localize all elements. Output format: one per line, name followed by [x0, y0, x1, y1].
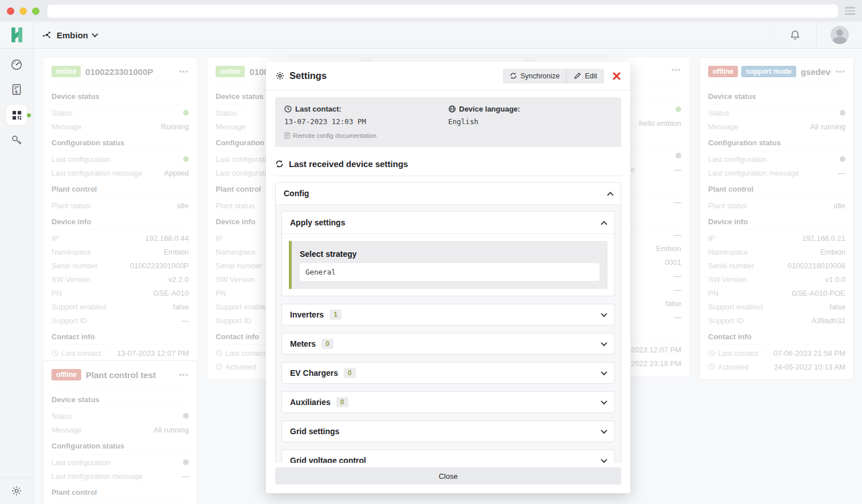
sidebar-item-devices[interactable] [6, 105, 27, 125]
accordion-header[interactable]: Meters 0 [282, 334, 614, 354]
config-accordion: Config Apply settings Select strategy Ge… [275, 182, 621, 463]
chevron-down-icon [601, 398, 607, 404]
notifications-button[interactable] [773, 22, 816, 48]
chevron-down-icon [601, 427, 607, 434]
chevron-down-icon [601, 457, 607, 463]
settings-accordion: Grid voltage control [281, 450, 615, 463]
edit-button[interactable]: Edit [566, 69, 604, 84]
chevron-down-icon [601, 311, 607, 317]
bell-icon [789, 29, 801, 41]
url-bar[interactable] [47, 5, 838, 18]
apply-settings-accordion: Apply settings Select strategy General [281, 211, 615, 296]
config-accordion-body: Apply settings Select strategy General I… [276, 204, 621, 463]
chevron-up-icon [601, 221, 607, 227]
chevron-down-icon [601, 340, 607, 346]
remote-config-doc-link[interactable]: Remote config documentation [284, 132, 448, 139]
accordion-header[interactable]: Inverters 1 [282, 304, 614, 325]
modal-header: Settings Synchronize Edit [266, 62, 630, 90]
divider [275, 176, 621, 176]
brand-h-icon [10, 27, 24, 43]
count-badge: 0 [321, 339, 333, 349]
svg-text:$: $ [15, 89, 18, 94]
avatar [831, 26, 849, 44]
settings-accordion: Grid settings [281, 420, 615, 442]
modal-body: Last contact: 13-07-2023 12:03 PM Remote… [266, 90, 630, 463]
key-icon [10, 134, 23, 146]
accordion-header[interactable]: EV Chargers 0 [282, 363, 614, 383]
accordion-header[interactable]: Grid voltage control [282, 450, 614, 463]
gauge-icon [10, 58, 23, 71]
user-menu-button[interactable] [816, 22, 862, 48]
last-contact-value: 13-07-2023 12:03 PM [284, 117, 448, 126]
strategy-block: Select strategy General [289, 241, 607, 289]
last-received-settings-title: Last received device settings [275, 159, 621, 169]
app-logo[interactable] [0, 22, 34, 48]
synchronize-button[interactable]: Synchronize [503, 69, 567, 84]
org-label: Embion [57, 30, 88, 40]
qr-grid-icon [11, 110, 22, 121]
select-strategy-label: Select strategy [300, 249, 599, 259]
org-switcher[interactable]: Embion [34, 30, 97, 40]
close-icon [612, 72, 621, 81]
accordion-header[interactable]: Grid settings [282, 421, 614, 442]
invoice-icon: $ [11, 84, 22, 96]
count-badge: 0 [336, 397, 348, 407]
strategy-select[interactable]: General [300, 263, 599, 281]
sidebar: $ [0, 49, 34, 504]
sidebar-item-settings[interactable] [0, 478, 33, 504]
browser-chrome [0, 0, 862, 22]
sync-icon [510, 72, 517, 80]
settings-accordion: Inverters 1 [281, 304, 615, 326]
window-controls [7, 7, 39, 15]
chevron-down-icon [601, 369, 607, 375]
device-info-box: Last contact: 13-07-2023 12:03 PM Remote… [275, 97, 621, 147]
settings-accordion: Meters 0 [281, 333, 615, 355]
window-zoom-button[interactable] [32, 7, 39, 15]
accordion-header[interactable]: Auxiliaries 0 [282, 392, 614, 412]
network-hub-icon [42, 30, 52, 40]
modal-close-button[interactable] [612, 72, 621, 81]
gear-icon [11, 485, 22, 497]
modal-footer: Close [266, 463, 630, 493]
config-accordion-header[interactable]: Config [276, 182, 621, 204]
settings-accordion: EV Chargers 0 [281, 362, 615, 384]
sidebar-item-billing[interactable]: $ [6, 80, 27, 100]
browser-menu-icon[interactable] [845, 7, 855, 15]
settings-modal: Settings Synchronize Edit Last contact: [266, 62, 630, 493]
count-badge: 0 [344, 368, 356, 378]
sidebar-item-access-keys[interactable] [6, 130, 27, 150]
apply-settings-body: Select strategy General [282, 233, 614, 296]
accordion-list: Inverters 1 Meters 0 EV Chargers 0 Auxil… [281, 304, 615, 463]
last-contact-label: Last contact: [284, 105, 448, 113]
settings-accordion: Auxiliaries 0 [281, 391, 615, 413]
clock-icon [284, 105, 292, 113]
sync-icon [275, 160, 284, 168]
device-language-value: English [448, 117, 613, 126]
chevron-down-icon [92, 31, 98, 37]
pencil-icon [574, 72, 581, 80]
close-button[interactable]: Close [275, 467, 621, 485]
gear-icon [275, 71, 285, 81]
window-close-button[interactable] [7, 7, 14, 15]
globe-icon [448, 105, 456, 113]
window-minimize-button[interactable] [19, 7, 27, 15]
chevron-up-icon [607, 192, 613, 198]
device-language-label: Device language: [448, 105, 613, 113]
sidebar-item-dashboard[interactable] [6, 54, 27, 75]
count-badge: 1 [329, 309, 341, 320]
modal-actions: Synchronize Edit [503, 69, 604, 84]
modal-title: Settings [275, 70, 327, 81]
app-header: Embion [0, 22, 862, 49]
apply-settings-header[interactable]: Apply settings [282, 212, 614, 233]
active-indicator-dot [27, 113, 31, 117]
document-icon [284, 132, 290, 139]
